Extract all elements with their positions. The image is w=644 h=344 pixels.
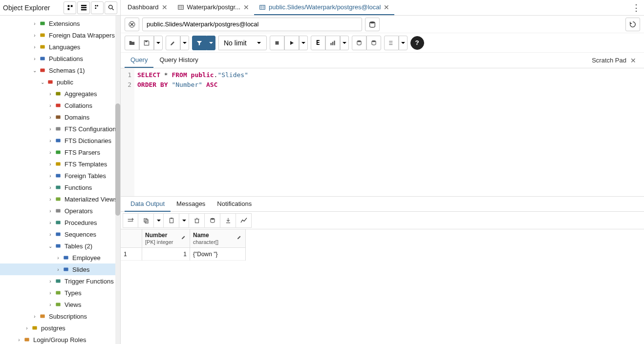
filter-tree-icon[interactable] <box>91 1 104 14</box>
tab-data-output[interactable]: Data Output <box>125 197 171 212</box>
object-tree[interactable]: ›Extensions›Foreign Data Wrappers›Langua… <box>0 16 120 344</box>
chevron-right-icon[interactable]: › <box>55 255 62 261</box>
tree-item-materialized-views[interactable]: ›Materialized Views <box>0 193 120 205</box>
rollback-icon[interactable] <box>366 36 381 50</box>
tree-item-schemas-1-[interactable]: ⌄Schemas (1) <box>0 64 120 76</box>
tree-item-publications[interactable]: ›Publications <box>0 53 120 64</box>
chevron-right-icon[interactable]: › <box>47 197 54 202</box>
search-icon[interactable] <box>105 1 117 14</box>
main-tab[interactable]: Dashboard✕ <box>123 0 172 15</box>
chevron-right-icon[interactable]: › <box>47 162 54 167</box>
chevron-right-icon[interactable]: › <box>31 44 38 50</box>
delete-row-icon[interactable] <box>189 213 205 228</box>
tree-item-views[interactable]: ›Views <box>0 299 120 310</box>
close-icon[interactable]: ✕ <box>243 3 249 11</box>
paste-dropdown-icon[interactable] <box>179 213 189 228</box>
result-grid[interactable]: 1 Number [PK] integer 1 Name character[] <box>121 229 644 261</box>
download-icon[interactable] <box>220 213 236 228</box>
explain-dropdown-icon[interactable] <box>340 36 349 50</box>
explain-icon[interactable]: E <box>311 36 325 50</box>
close-icon[interactable]: ✕ <box>384 3 389 11</box>
tree-item-aggregates[interactable]: ›Aggregates <box>0 88 120 100</box>
commit-icon[interactable] <box>352 36 366 50</box>
limit-select[interactable]: No limit <box>218 36 267 50</box>
open-file-icon[interactable] <box>125 36 139 50</box>
save-file-icon[interactable] <box>139 36 154 50</box>
tab-notifications[interactable]: Notifications <box>211 197 258 212</box>
pencil-icon[interactable] <box>181 234 187 242</box>
stop-icon[interactable] <box>270 36 284 50</box>
tree-item-fts-configurations[interactable]: ›FTS Configurations <box>0 123 120 135</box>
tree-item-tables-2-[interactable]: ⌄Tables (2) <box>0 240 120 252</box>
tree-item-fts-parsers[interactable]: ›FTS Parsers <box>0 146 120 158</box>
tab-query[interactable]: Query <box>125 53 153 68</box>
tree-item-slides[interactable]: ›Slides <box>0 263 120 275</box>
copy-dropdown-icon[interactable] <box>154 213 164 228</box>
tree-item-public[interactable]: ⌄public <box>0 76 120 88</box>
tree-item-types[interactable]: ›Types <box>0 287 120 299</box>
copy-icon[interactable] <box>138 213 154 228</box>
tree-scrollbar-thumb[interactable] <box>115 103 120 216</box>
grid-cell[interactable]: 1 <box>142 248 190 261</box>
tree-item-foreign-tables[interactable]: ›Foreign Tables <box>0 170 120 182</box>
chevron-right-icon[interactable]: › <box>47 103 54 108</box>
connection-status-icon[interactable] <box>125 18 139 31</box>
chevron-right-icon[interactable]: › <box>47 115 54 120</box>
filter-icon[interactable] <box>192 36 207 50</box>
chevron-right-icon[interactable]: › <box>47 220 54 225</box>
tree-item-postgres[interactable]: ›postgres <box>0 322 120 334</box>
sql-editor[interactable]: 12 SELECT * FROM public."Slides"ORDER BY… <box>121 68 644 196</box>
tab-query-history[interactable]: Query History <box>153 53 204 68</box>
connection-path-input[interactable] <box>142 18 362 31</box>
grid-column-header[interactable]: Number [PK] integer <box>142 229 190 248</box>
connection-db-icon[interactable] <box>365 18 380 31</box>
edit-icon[interactable] <box>166 36 180 50</box>
tree-scrollbar[interactable] <box>115 16 120 344</box>
tree-item-employee[interactable]: ›Employee <box>0 252 120 263</box>
chevron-right-icon[interactable]: › <box>47 279 54 284</box>
help-icon[interactable]: ? <box>410 36 424 50</box>
chevron-down-icon[interactable]: ⌄ <box>47 243 54 249</box>
chevron-right-icon[interactable]: › <box>47 232 54 237</box>
grid-cell[interactable]: {"Down "} <box>190 248 245 261</box>
chevron-right-icon[interactable]: › <box>47 185 54 190</box>
macros-icon[interactable] <box>384 36 399 50</box>
tree-item-functions[interactable]: ›Functions <box>0 182 120 193</box>
tree-item-domains[interactable]: ›Domains <box>0 111 120 123</box>
tree-item-fts-dictionaries[interactable]: ›FTS Dictionaries <box>0 135 120 146</box>
grid-column-header[interactable]: Name character[] <box>190 229 245 248</box>
edit-dropdown-icon[interactable] <box>180 36 189 50</box>
chevron-down-icon[interactable]: ⌄ <box>31 68 38 73</box>
macros-dropdown-icon[interactable] <box>399 36 408 50</box>
tree-item-trigger-functions[interactable]: ›Trigger Functions <box>0 275 120 287</box>
tree-item-languages[interactable]: ›Languages <box>0 41 120 53</box>
tree-item-subscriptions[interactable]: ›Subscriptions <box>0 310 120 322</box>
tree-item-operators[interactable]: ›Operators <box>0 205 120 217</box>
chevron-right-icon[interactable]: › <box>31 314 38 319</box>
tree-item-collations[interactable]: ›Collations <box>0 100 120 111</box>
explain-analyze-icon[interactable] <box>325 36 340 50</box>
execute-dropdown-icon[interactable] <box>299 36 308 50</box>
chevron-right-icon[interactable]: › <box>31 33 38 38</box>
chevron-right-icon[interactable]: › <box>47 208 54 214</box>
chevron-right-icon[interactable]: › <box>23 325 30 331</box>
tab-scratch-pad[interactable]: Scratch Pad✕ <box>588 57 640 64</box>
query-tool-icon[interactable] <box>64 1 76 14</box>
filter-dropdown-icon[interactable] <box>207 36 215 50</box>
chevron-right-icon[interactable]: › <box>47 302 54 307</box>
paste-icon[interactable] <box>164 213 179 228</box>
chevron-right-icon[interactable]: › <box>47 150 54 155</box>
pencil-icon[interactable] <box>236 234 242 242</box>
graph-icon[interactable] <box>236 213 252 228</box>
chevron-right-icon[interactable]: › <box>55 267 62 272</box>
tab-messages[interactable]: Messages <box>171 197 211 212</box>
chevron-right-icon[interactable]: › <box>16 337 22 343</box>
chevron-right-icon[interactable]: › <box>31 21 38 26</box>
tree-item-fts-templates[interactable]: ›FTS Templates <box>0 158 120 170</box>
chevron-right-icon[interactable]: › <box>47 126 54 132</box>
kebab-menu-icon[interactable]: ⋮ <box>630 2 642 13</box>
chevron-right-icon[interactable]: › <box>31 56 38 61</box>
chevron-right-icon[interactable]: › <box>47 290 54 296</box>
chevron-right-icon[interactable]: › <box>47 91 54 97</box>
tree-item-login-group-roles[interactable]: ›Login/Group Roles <box>0 334 120 344</box>
